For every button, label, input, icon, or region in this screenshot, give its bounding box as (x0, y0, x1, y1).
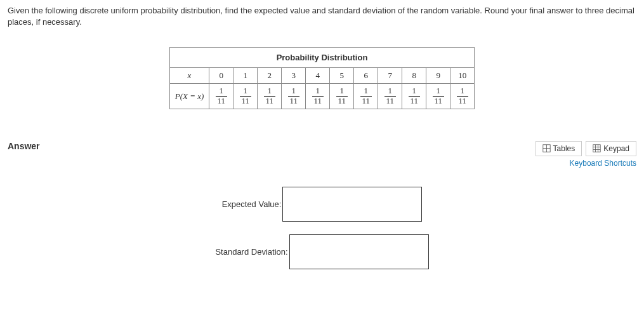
question-text: Given the following discrete uniform pro… (8, 5, 636, 28)
px-row: P(X = x) 111 111 111 111 111 111 111 111… (169, 84, 475, 109)
px-value: 111 (233, 84, 258, 109)
expected-value-row: Expected Value: (222, 187, 423, 222)
tools-area: Tables Keypad Keyboard Shortcuts (536, 141, 636, 168)
keypad-button-label: Keypad (603, 144, 629, 153)
keypad-button[interactable]: Keypad (586, 141, 636, 156)
x-value: 0 (209, 68, 233, 84)
x-value: 8 (402, 68, 426, 84)
standard-deviation-label: Standard Deviation: (215, 247, 287, 257)
px-value: 111 (426, 84, 450, 109)
keypad-icon (593, 144, 601, 152)
px-value: 111 (258, 84, 282, 109)
px-value: 111 (282, 84, 306, 109)
expected-value-input[interactable] (282, 187, 422, 222)
px-value: 111 (378, 84, 402, 109)
px-value: 111 (354, 84, 378, 109)
px-value: 111 (209, 84, 233, 109)
expected-value-label: Expected Value: (222, 199, 282, 209)
x-value: 10 (450, 68, 475, 84)
x-value: 5 (330, 68, 354, 84)
x-value: 4 (306, 68, 330, 84)
keyboard-shortcuts-link[interactable]: Keyboard Shortcuts (570, 159, 636, 168)
svg-rect-3 (593, 145, 600, 152)
x-value: 3 (282, 68, 306, 84)
px-label: P(X = x) (169, 84, 209, 109)
x-value: 7 (378, 68, 402, 84)
tool-buttons: Tables Keypad (536, 141, 636, 156)
grid-icon (542, 144, 551, 152)
x-value: 9 (426, 68, 450, 84)
tables-button[interactable]: Tables (536, 141, 582, 156)
answer-header-row: Answer Tables Keypad Keyboard Shortcuts (8, 141, 636, 168)
x-row: x 0 1 2 3 4 5 6 7 8 9 10 (169, 68, 475, 84)
standard-deviation-row: Standard Deviation: (215, 234, 428, 269)
probability-table: Probability Distribution x 0 1 2 3 4 5 6… (169, 47, 475, 109)
x-value: 2 (258, 68, 282, 84)
inputs-area: Expected Value: Standard Deviation: (8, 187, 636, 269)
table-title: Probability Distribution (169, 48, 475, 68)
x-label: x (169, 68, 209, 84)
px-value: 111 (306, 84, 330, 109)
probability-table-container: Probability Distribution x 0 1 2 3 4 5 6… (8, 47, 636, 109)
x-value: 1 (233, 68, 258, 84)
x-value: 6 (354, 68, 378, 84)
px-value: 111 (330, 84, 354, 109)
px-value: 111 (450, 84, 475, 109)
answer-heading: Answer (8, 141, 40, 151)
px-value: 111 (402, 84, 426, 109)
standard-deviation-input[interactable] (289, 234, 429, 269)
tables-button-label: Tables (553, 144, 575, 153)
